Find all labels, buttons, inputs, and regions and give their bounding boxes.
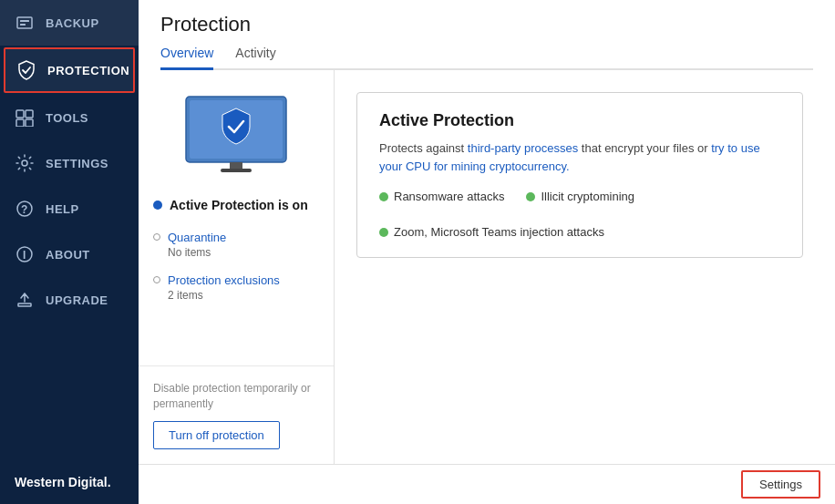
upgrade-label: UPGRADE (46, 293, 108, 307)
third-party-link[interactable]: third-party processes (468, 141, 578, 155)
sidebar-item-upgrade[interactable]: UPGRADE (0, 277, 139, 323)
feature-ransomware: Ransomware attacks (379, 190, 504, 203)
sidebar-item-protection[interactable]: PROTECTION (4, 47, 135, 93)
exclusions-link[interactable]: Protection exclusions (168, 273, 280, 287)
feature-injection: Zoom, Microsoft Teams injection attacks (379, 225, 604, 239)
about-icon: i (15, 244, 35, 264)
svg-rect-6 (26, 119, 33, 127)
tab-bar: Overview Activity (160, 46, 813, 70)
svg-rect-15 (230, 162, 242, 170)
svg-point-7 (22, 160, 27, 166)
injection-label: Zoom, Microsoft Teams injection attacks (394, 225, 604, 239)
settings-icon (15, 153, 35, 173)
page-title: Protection (160, 13, 813, 36)
svg-rect-2 (20, 24, 26, 26)
tools-label: TOOLS (46, 111, 88, 125)
left-panel: Active Protection is on Quarantine No it… (139, 70, 335, 464)
backup-label: BACKUP (46, 16, 99, 30)
svg-text:?: ? (21, 203, 28, 216)
ransomware-dot (379, 192, 388, 201)
quarantine-desc: No items (168, 246, 226, 259)
sidebar: BACKUP PROTECTION TOOLS (0, 0, 139, 504)
protection-icon (16, 60, 36, 80)
sidebar-item-about[interactable]: i ABOUT (0, 231, 139, 277)
status-section: Active Protection is on Quarantine No it… (139, 198, 334, 331)
svg-rect-4 (26, 110, 33, 118)
card-title: Active Protection (379, 111, 780, 130)
main-area: Protection Overview Activity (139, 0, 835, 504)
svg-text:i: i (23, 249, 26, 262)
disable-section: Disable protection temporarily or perman… (139, 365, 334, 464)
card-description: Protects against third-party processes t… (379, 139, 780, 175)
sidebar-item-backup[interactable]: BACKUP (0, 0, 139, 46)
settings-label: SETTINGS (46, 157, 108, 170)
features-list: Ransomware attacks Illicit cryptomining … (379, 190, 780, 239)
right-panel: Active Protection Protects against third… (335, 70, 835, 464)
quarantine-text: Quarantine No items (168, 231, 226, 259)
status-text: Active Protection is on (170, 198, 308, 212)
quarantine-link[interactable]: Quarantine (168, 231, 226, 244)
svg-rect-12 (18, 303, 31, 306)
exclusions-item[interactable]: Protection exclusions 2 items (153, 273, 319, 302)
feature-cryptomining: Illicit cryptomining (526, 190, 634, 203)
tab-overview[interactable]: Overview (160, 46, 213, 70)
exclusions-dot (153, 276, 160, 283)
tools-icon (15, 108, 35, 128)
svg-rect-5 (16, 119, 24, 127)
status-active: Active Protection is on (153, 198, 319, 212)
cryptomining-label: Illicit cryptomining (541, 190, 634, 203)
brand-logo: Western Digital. (0, 460, 139, 504)
monitor-illustration (139, 70, 334, 198)
ransomware-label: Ransomware attacks (394, 190, 504, 203)
sidebar-item-help[interactable]: ? HELP (0, 186, 139, 231)
svg-rect-1 (20, 20, 29, 22)
sidebar-item-settings[interactable]: SETTINGS (0, 140, 139, 186)
svg-rect-16 (221, 169, 252, 172)
cryptomining-dot (526, 192, 535, 201)
exclusions-text: Protection exclusions 2 items (168, 273, 280, 302)
backup-icon (15, 13, 35, 33)
turn-off-button[interactable]: Turn off protection (153, 421, 280, 449)
disable-label: Disable protection temporarily or perman… (153, 381, 319, 412)
footer: Settings (139, 464, 835, 504)
footer-settings-button[interactable]: Settings (741, 470, 820, 499)
exclusions-desc: 2 items (168, 289, 280, 302)
content-area: Active Protection is on Quarantine No it… (139, 70, 835, 464)
page-header: Protection Overview Activity (139, 0, 835, 70)
svg-rect-3 (16, 110, 24, 118)
status-dot (153, 201, 162, 210)
svg-rect-0 (17, 17, 32, 28)
quarantine-item[interactable]: Quarantine No items (153, 231, 319, 259)
injection-dot (379, 228, 388, 237)
protection-label: PROTECTION (47, 64, 129, 77)
quarantine-dot (153, 233, 160, 241)
upgrade-icon (15, 290, 35, 310)
tab-activity[interactable]: Activity (235, 46, 275, 70)
sidebar-item-tools[interactable]: TOOLS (0, 95, 139, 140)
about-label: ABOUT (46, 248, 90, 262)
protection-card: Active Protection Protects against third… (356, 92, 803, 258)
help-label: HELP (46, 202, 79, 216)
help-icon: ? (15, 199, 35, 219)
